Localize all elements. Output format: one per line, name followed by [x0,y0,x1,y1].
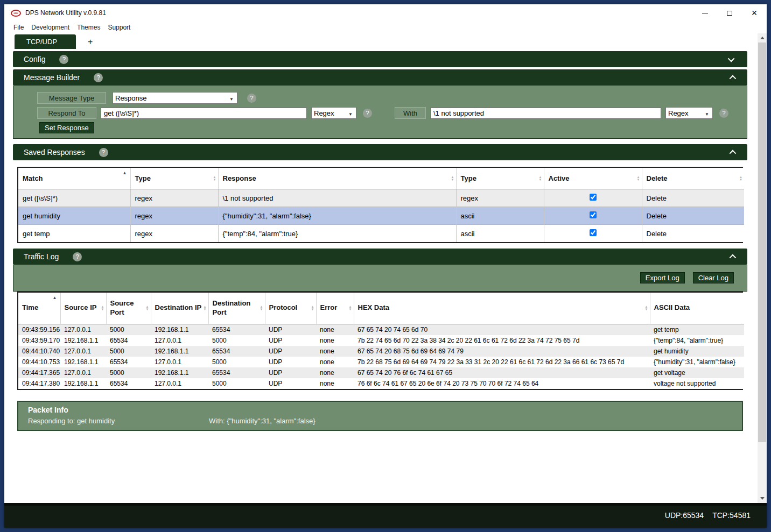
ascii-data-cell: {"temp":84, "alarm":true} [650,335,744,346]
time-cell: 09:43:59.170 [18,335,60,346]
source-ip-cell: 192.168.1.1 [60,378,106,389]
chevron-up-icon[interactable] [730,150,737,157]
col-time[interactable]: Time [18,293,60,324]
vertical-scrollbar[interactable] [758,33,767,503]
col-ascii-data[interactable]: ASCII Data [650,293,744,324]
col-source-ip[interactable]: Source IP [60,293,106,324]
menu-development[interactable]: Development [27,23,73,32]
col-destination-ip[interactable]: Destination IP [151,293,208,324]
destination-port-cell: 65534 [208,367,265,378]
sort-icon [539,176,542,181]
respond-to-type-select[interactable]: Regex [311,107,356,119]
with-help-icon[interactable] [719,109,728,118]
time-cell: 09:43:59.156 [18,324,60,335]
sort-icon [146,306,149,311]
type-cell: regex [130,207,218,225]
clear-log-button[interactable]: Clear Log [693,272,734,283]
respond-to-label[interactable]: Respond To [37,107,96,119]
col-error[interactable]: Error [316,293,354,324]
col-response[interactable]: Response [218,168,456,189]
delete-button[interactable]: Delete [642,207,744,225]
col-protocol[interactable]: Protocol [265,293,316,324]
traffic-log-row[interactable]: 09:44:17.380192.168.1.165534127.0.0.1500… [18,378,744,389]
hex-data-cell: 67 65 74 20 76 6f 6c 74 61 67 65 [354,367,650,378]
active-checkbox[interactable] [590,229,597,236]
match-cell: get ([\s\S]*) [18,189,130,207]
col-active[interactable]: Active [544,168,642,189]
match-cell: get temp [18,225,130,243]
active-checkbox[interactable] [590,211,597,218]
config-help-icon[interactable] [59,55,68,64]
time-cell: 09:44:10.753 [18,357,60,367]
col-hex-data[interactable]: HEX Data [354,293,650,324]
saved-responses-help-icon[interactable] [99,148,108,157]
tab-tcp-udp[interactable]: TCP/UDP [15,34,76,49]
ascii-data-cell: get voltage [650,367,744,378]
destination-ip-cell: 127.0.0.1 [151,378,208,389]
sort-icon [637,176,640,181]
minimize-button[interactable] [692,4,717,22]
col-destination-port[interactable]: Destination Port [208,293,265,324]
col-type[interactable]: Type [130,168,218,189]
scroll-up-icon[interactable] [758,33,767,42]
chevron-up-icon[interactable] [730,254,737,261]
menu-themes[interactable]: Themes [73,23,104,32]
app-window: DPS Network Utility v.0.9.81 File Develo… [4,4,767,528]
traffic-log-row[interactable]: 09:44:10.740127.0.0.15000192.168.1.16553… [18,346,744,357]
col-response-type[interactable]: Type [456,168,544,189]
saved-response-row[interactable]: get tempregex{"temp":84, "alarm":true}as… [18,225,744,243]
chevron-down-icon[interactable] [728,55,735,62]
message-type-label[interactable]: Message Type [37,92,106,104]
traffic-log-row[interactable]: 09:43:59.156127.0.0.15000192.168.1.16553… [18,324,744,335]
col-delete[interactable]: Delete [642,168,744,189]
message-type-select[interactable]: Response [113,92,237,104]
menu-support[interactable]: Support [104,23,134,32]
message-type-help-icon[interactable] [247,94,256,103]
message-builder-header[interactable]: Message Builder [13,69,747,86]
ascii-data-cell: {"humidity":31, "alarm":false} [650,357,744,367]
scroll-down-icon[interactable] [758,494,767,503]
traffic-log-row[interactable]: 09:43:59.170192.168.1.165534127.0.0.1500… [18,335,744,346]
type-cell: regex [130,189,218,207]
chevron-up-icon[interactable] [730,75,737,82]
col-match[interactable]: Match [18,168,130,189]
with-button[interactable]: With [395,107,426,119]
dropdown-arrow-icon [228,94,235,102]
saved-response-row[interactable]: get ([\s\S]*)regex\1 not supportedregexD… [18,189,744,207]
menu-file[interactable]: File [10,23,27,32]
respond-to-input[interactable] [101,108,307,119]
new-tab-button[interactable]: + [85,37,96,49]
scrollbar-thumb[interactable] [758,42,766,442]
col-source-port[interactable]: Source Port [106,293,151,324]
maximize-button[interactable] [717,4,742,22]
traffic-log-header[interactable]: Traffic Log [13,249,747,265]
source-port-cell: 5000 [106,324,151,335]
message-builder-help-icon[interactable] [94,73,103,82]
with-input[interactable] [430,108,661,119]
delete-button[interactable]: Delete [642,225,744,243]
active-checkbox[interactable] [590,194,597,201]
close-button[interactable] [742,4,767,22]
saved-response-row[interactable]: get humidityregex{"humidity":31, "alarm"… [18,207,744,225]
time-cell: 09:44:10.740 [18,346,60,357]
hex-data-cell: 7b 22 74 65 6d 70 22 3a 38 34 2c 20 22 6… [354,335,650,346]
config-header[interactable]: Config [13,51,747,67]
export-log-button[interactable]: Export Log [640,272,685,283]
error-cell: none [316,357,354,367]
sort-icon [311,306,314,311]
sort-icon [349,306,352,311]
traffic-log-help-icon[interactable] [73,252,82,261]
delete-button[interactable]: Delete [642,189,744,207]
traffic-log-row[interactable]: 09:44:10.753192.168.1.165534127.0.0.1500… [18,357,744,367]
match-cell: get humidity [18,207,130,225]
set-response-button[interactable]: Set Response [39,122,94,133]
sort-icon [645,306,648,311]
time-cell: 09:44:17.380 [18,378,60,389]
error-cell: none [316,324,354,335]
error-cell: none [316,346,354,357]
source-ip-cell: 127.0.0.1 [60,324,106,335]
respond-to-help-icon[interactable] [363,109,372,118]
traffic-log-row[interactable]: 09:44:17.365127.0.0.15000192.168.1.16553… [18,367,744,378]
with-type-select[interactable]: Regex [665,107,713,119]
saved-responses-header[interactable]: Saved Responses [13,144,747,160]
